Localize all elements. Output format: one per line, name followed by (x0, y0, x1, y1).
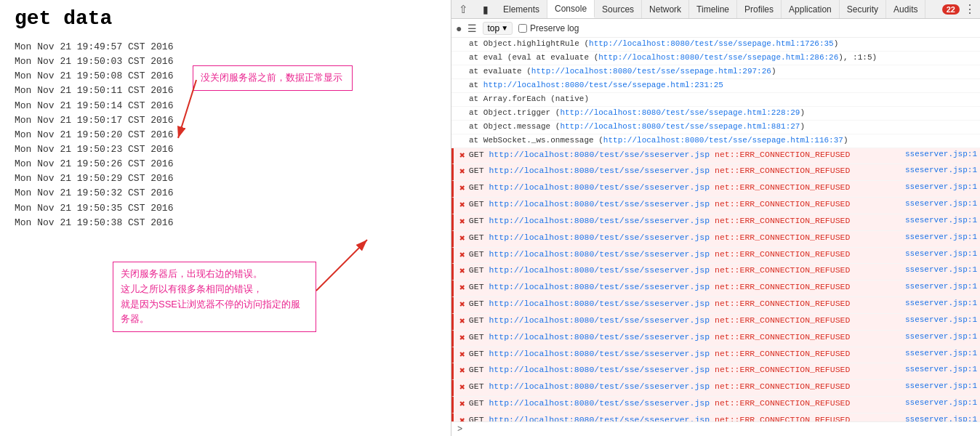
error-row: ✖GET http://localhost:8080/test/sse/sses… (451, 214, 980, 231)
tab-profiles[interactable]: Profiles (737, 0, 782, 18)
error-source[interactable]: sseserver.jsp:1 (899, 414, 977, 421)
error-row: ✖GET http://localhost:8080/test/sse/sses… (451, 413, 980, 421)
error-icon: ✖ (459, 299, 465, 312)
filter-icon[interactable]: ☰ (467, 23, 477, 34)
stack-trace-line: at Object.trigger (http://localhost:8080… (451, 107, 980, 121)
error-text: GET http://localhost:8080/test/sse/ssese… (469, 249, 899, 261)
annotation-box-2: 关闭服务器后，出现右边的错误。 这儿之所以有很多条相同的错误， 就是因为SSE让… (113, 262, 316, 332)
error-text: GET http://localhost:8080/test/sse/ssese… (469, 265, 899, 277)
tab-audits[interactable]: Audits (886, 0, 925, 18)
error-row: ✖GET http://localhost:8080/test/sse/sses… (451, 347, 980, 364)
error-text: GET http://localhost:8080/test/sse/ssese… (469, 149, 899, 161)
tab-console[interactable]: Console (547, 0, 595, 18)
tab-application[interactable]: Application (782, 0, 840, 18)
error-icon: ✖ (459, 382, 465, 395)
data-line: Mon Nov 21 19:50:23 CST 2016 (15, 142, 436, 157)
context-filter-dropdown[interactable]: top ▼ (483, 22, 513, 35)
filter-value: top (487, 23, 499, 33)
error-source[interactable]: sseserver.jsp:1 (899, 232, 977, 243)
error-source[interactable]: sseserver.jsp:1 (899, 315, 977, 326)
dropdown-arrow-icon: ▼ (501, 24, 508, 32)
device-icon-btn[interactable]: ▮ (475, 0, 496, 18)
error-source[interactable]: sseserver.jsp:1 (899, 215, 977, 227)
stack-trace-line: at evaluate (http://localhost:8080/test/… (451, 65, 980, 79)
preserve-log-checkbox[interactable] (518, 24, 527, 33)
tab-timeline[interactable]: Timeline (689, 0, 737, 18)
error-row: ✖GET http://localhost:8080/test/sse/sses… (451, 380, 980, 397)
error-text: GET http://localhost:8080/test/sse/ssese… (469, 348, 899, 360)
error-source[interactable]: sseserver.jsp:1 (899, 149, 977, 161)
data-line: Mon Nov 21 19:49:57 CST 2016 (15, 40, 436, 54)
stack-trace-line: at eval (eval at evaluate (http://localh… (451, 52, 980, 65)
devtools-right-icons: 22 ⋮ (938, 2, 980, 16)
error-text: GET http://localhost:8080/test/sse/ssese… (469, 331, 899, 344)
error-text: GET http://localhost:8080/test/sse/ssese… (469, 298, 899, 310)
annotation-box-1: 没关闭服务器之前，数据正常显示 (193, 65, 353, 91)
error-source[interactable]: sseserver.jsp:1 (899, 182, 977, 193)
console-output[interactable]: at Object.highlightRule (http://localhos… (451, 38, 980, 421)
data-line: Mon Nov 21 19:50:26 CST 2016 (15, 157, 436, 171)
tab-network[interactable]: Network (642, 0, 689, 18)
error-source[interactable]: sseserver.jsp:1 (899, 364, 977, 376)
error-row: ✖GET http://localhost:8080/test/sse/sses… (451, 198, 980, 214)
inspect-icon-btn[interactable]: ⇧ (451, 0, 475, 18)
stack-trace-line: at Array.forEach (native) (451, 93, 980, 107)
error-row: ✖GET http://localhost:8080/test/sse/sses… (451, 363, 980, 380)
data-line: Mon Nov 21 19:50:32 CST 2016 (15, 186, 436, 201)
error-icon: ✖ (459, 199, 465, 213)
error-source[interactable]: sseserver.jsp:1 (899, 281, 977, 293)
error-icon: ✖ (459, 265, 465, 279)
error-source[interactable]: sseserver.jsp:1 (899, 165, 977, 177)
error-source[interactable]: sseserver.jsp:1 (899, 249, 977, 260)
error-icon: ✖ (459, 216, 465, 230)
more-options-icon[interactable]: ⋮ (964, 2, 976, 16)
error-text: GET http://localhost:8080/test/sse/ssese… (469, 198, 899, 211)
error-row: ✖GET http://localhost:8080/test/sse/sses… (451, 181, 980, 198)
error-row: ✖GET http://localhost:8080/test/sse/sses… (451, 314, 980, 331)
tab-sources[interactable]: Sources (595, 0, 642, 18)
error-icon: ✖ (459, 150, 465, 164)
error-text: GET http://localhost:8080/test/sse/ssese… (469, 232, 899, 244)
error-row: ✖GET http://localhost:8080/test/sse/sses… (451, 297, 980, 314)
stack-trace-line: at Object.message (http://localhost:8080… (451, 121, 980, 134)
data-line: Mon Nov 21 19:50:20 CST 2016 (15, 128, 436, 142)
tab-elements[interactable]: Elements (496, 0, 547, 18)
error-source[interactable]: sseserver.jsp:1 (899, 298, 977, 310)
error-icon: ✖ (459, 365, 465, 379)
error-source[interactable]: sseserver.jsp:1 (899, 397, 977, 409)
data-line: Mon Nov 21 19:50:29 CST 2016 (15, 171, 436, 186)
error-icon: ✖ (459, 233, 465, 246)
left-panel: get data Mon Nov 21 19:49:57 CST 2016Mon… (0, 0, 451, 436)
error-icon: ✖ (459, 349, 465, 363)
error-row: ✖GET http://localhost:8080/test/sse/sses… (451, 280, 980, 297)
console-toolbar: ● ☰ top ▼ Preserve log (451, 19, 980, 38)
preserve-log-text: Preserve log (530, 23, 579, 33)
console-prompt-icon: > (457, 424, 462, 435)
tab-security[interactable]: Security (840, 0, 886, 18)
error-source[interactable]: sseserver.jsp:1 (899, 348, 977, 360)
error-row: ✖GET http://localhost:8080/test/sse/sses… (451, 164, 980, 181)
devtools-panel: ⇧ ▮ Elements Console Sources Network Tim… (451, 0, 980, 436)
error-badge: 22 (942, 4, 960, 15)
error-text: GET http://localhost:8080/test/sse/ssese… (469, 414, 899, 421)
error-row: ✖GET http://localhost:8080/test/sse/sses… (451, 148, 980, 165)
error-source[interactable]: sseserver.jsp:1 (899, 381, 977, 392)
error-text: GET http://localhost:8080/test/sse/ssese… (469, 397, 899, 410)
error-icon: ✖ (459, 398, 465, 412)
console-bottom: > (451, 421, 980, 436)
error-icon: ✖ (459, 249, 465, 263)
error-source[interactable]: sseserver.jsp:1 (899, 198, 977, 210)
error-icon: ✖ (459, 315, 465, 329)
error-icon: ✖ (459, 182, 465, 196)
devtools-toolbar: ⇧ ▮ Elements Console Sources Network Tim… (451, 0, 980, 19)
clear-console-btn[interactable]: ● (456, 23, 462, 34)
data-line: Mon Nov 21 19:50:14 CST 2016 (15, 99, 436, 113)
page-title: get data (15, 7, 436, 30)
error-icon: ✖ (459, 282, 465, 296)
error-text: GET http://localhost:8080/test/sse/ssese… (469, 165, 899, 177)
data-line: Mon Nov 21 19:50:38 CST 2016 (15, 216, 436, 230)
error-row: ✖GET http://localhost:8080/test/sse/sses… (451, 264, 980, 280)
error-source[interactable]: sseserver.jsp:1 (899, 265, 977, 276)
error-source[interactable]: sseserver.jsp:1 (899, 331, 977, 343)
preserve-log-label[interactable]: Preserve log (518, 23, 579, 33)
